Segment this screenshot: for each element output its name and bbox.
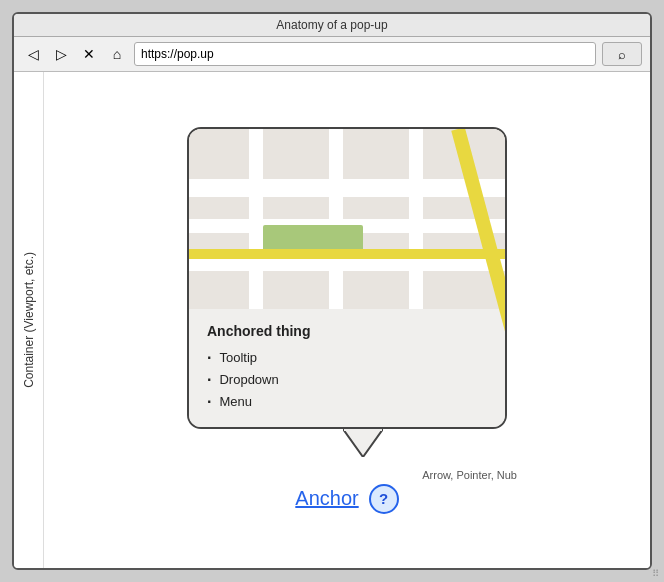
- forward-button[interactable]: ▷: [50, 43, 72, 65]
- road-v1: [249, 129, 263, 309]
- road-v3: [409, 129, 423, 309]
- road-v2: [329, 129, 343, 309]
- road-yellow-h: [189, 249, 505, 259]
- popup-tail: [343, 429, 383, 457]
- help-icon: ?: [379, 490, 388, 507]
- popup-box: Anchored thing Tooltip Dropdown Menu: [187, 127, 507, 429]
- popup-list: Tooltip Dropdown Menu: [207, 347, 487, 413]
- container-label: Container (Viewport, etc.): [22, 252, 36, 388]
- list-item: Dropdown: [207, 369, 487, 391]
- arrow-label: Arrow, Pointer, Nub: [422, 469, 517, 481]
- popup-title: Anchored thing: [207, 323, 487, 339]
- title-bar: Anatomy of a pop-up: [14, 14, 650, 37]
- search-icon: ⌕: [618, 47, 626, 62]
- list-item: Menu: [207, 391, 487, 413]
- main-area: Anchored thing Tooltip Dropdown Menu: [44, 72, 650, 568]
- page-title: Anatomy of a pop-up: [276, 18, 387, 32]
- park-block: [263, 225, 363, 251]
- browser-content: Container (Viewport, etc.): [14, 72, 650, 568]
- browser-window: Anatomy of a pop-up ◁ ▷ ✕ ⌂ ⌕ Container …: [12, 12, 652, 570]
- anchor-row: Anchor ?: [295, 484, 398, 514]
- search-button[interactable]: ⌕: [602, 42, 642, 66]
- help-button[interactable]: ?: [369, 484, 399, 514]
- road-h1: [189, 179, 505, 197]
- container-label-area: Container (Viewport, etc.): [14, 72, 44, 568]
- toolbar: ◁ ▷ ✕ ⌂ ⌕: [14, 37, 650, 72]
- popup-container: Anchored thing Tooltip Dropdown Menu: [187, 127, 507, 429]
- home-button[interactable]: ⌂: [106, 43, 128, 65]
- map-area: [189, 129, 505, 309]
- anchor-link[interactable]: Anchor: [295, 487, 358, 510]
- road-h3: [189, 259, 505, 271]
- back-button[interactable]: ◁: [22, 43, 44, 65]
- popup-content: Anchored thing Tooltip Dropdown Menu: [189, 309, 505, 427]
- close-button[interactable]: ✕: [78, 43, 100, 65]
- address-bar[interactable]: [134, 42, 596, 66]
- list-item: Tooltip: [207, 347, 487, 369]
